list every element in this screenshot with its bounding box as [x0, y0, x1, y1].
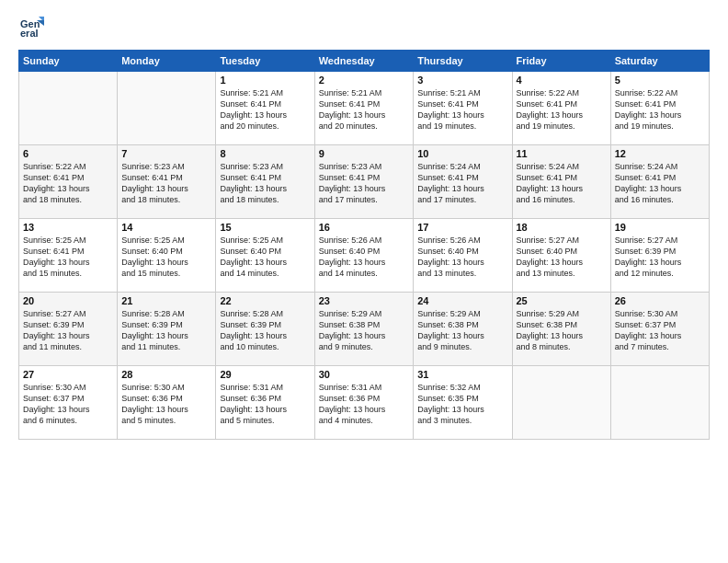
- day-content: Sunrise: 5:21 AM Sunset: 6:41 PM Dayligh…: [417, 87, 507, 132]
- day-number: 15: [220, 222, 310, 233]
- day-number: 24: [417, 295, 507, 306]
- day-content: Sunrise: 5:24 AM Sunset: 6:41 PM Dayligh…: [417, 161, 507, 206]
- col-saturday: Saturday: [610, 51, 709, 72]
- day-number: 23: [319, 295, 409, 306]
- day-number: 27: [23, 369, 113, 380]
- table-row: 10Sunrise: 5:24 AM Sunset: 6:41 PM Dayli…: [414, 145, 512, 219]
- day-content: Sunrise: 5:32 AM Sunset: 6:35 PM Dayligh…: [417, 382, 507, 427]
- day-content: Sunrise: 5:22 AM Sunset: 6:41 PM Dayligh…: [517, 87, 607, 132]
- day-number: 20: [23, 295, 113, 306]
- day-number: 4: [517, 75, 607, 86]
- day-number: 7: [121, 148, 211, 159]
- day-content: Sunrise: 5:27 AM Sunset: 6:40 PM Dayligh…: [517, 235, 607, 280]
- table-row: 15Sunrise: 5:25 AM Sunset: 6:40 PM Dayli…: [216, 219, 314, 293]
- day-number: 26: [615, 295, 705, 306]
- table-row: 20Sunrise: 5:27 AM Sunset: 6:39 PM Dayli…: [19, 293, 118, 366]
- table-row: 26Sunrise: 5:30 AM Sunset: 6:37 PM Dayli…: [610, 293, 709, 366]
- col-friday: Friday: [512, 51, 610, 72]
- day-number: 17: [417, 222, 507, 233]
- table-row: 28Sunrise: 5:30 AM Sunset: 6:36 PM Dayli…: [118, 366, 216, 440]
- table-row: 16Sunrise: 5:26 AM Sunset: 6:40 PM Dayli…: [314, 219, 413, 293]
- calendar-page: Gen eral Sunday Monday Tuesday Wednesday…: [0, 0, 728, 563]
- calendar-header-row: Sunday Monday Tuesday Wednesday Thursday…: [19, 51, 710, 72]
- day-content: Sunrise: 5:31 AM Sunset: 6:36 PM Dayligh…: [220, 382, 310, 427]
- table-row: 14Sunrise: 5:25 AM Sunset: 6:40 PM Dayli…: [118, 219, 216, 293]
- day-number: 9: [319, 148, 409, 159]
- table-row: 18Sunrise: 5:27 AM Sunset: 6:40 PM Dayli…: [512, 219, 610, 293]
- day-number: 28: [121, 369, 211, 380]
- table-row: 29Sunrise: 5:31 AM Sunset: 6:36 PM Dayli…: [216, 366, 314, 440]
- table-row: [118, 72, 216, 145]
- day-content: Sunrise: 5:26 AM Sunset: 6:40 PM Dayligh…: [319, 235, 409, 280]
- table-row: 25Sunrise: 5:29 AM Sunset: 6:38 PM Dayli…: [512, 293, 610, 366]
- table-row: 2Sunrise: 5:21 AM Sunset: 6:41 PM Daylig…: [314, 72, 413, 145]
- day-content: Sunrise: 5:28 AM Sunset: 6:39 PM Dayligh…: [220, 308, 310, 353]
- day-number: 8: [220, 148, 310, 159]
- day-content: Sunrise: 5:21 AM Sunset: 6:41 PM Dayligh…: [319, 87, 409, 132]
- day-content: Sunrise: 5:25 AM Sunset: 6:41 PM Dayligh…: [23, 235, 113, 280]
- table-row: 4Sunrise: 5:22 AM Sunset: 6:41 PM Daylig…: [512, 72, 610, 145]
- day-content: Sunrise: 5:24 AM Sunset: 6:41 PM Dayligh…: [517, 161, 607, 206]
- day-number: 13: [23, 222, 113, 233]
- day-content: Sunrise: 5:30 AM Sunset: 6:36 PM Dayligh…: [121, 382, 211, 427]
- table-row: 9Sunrise: 5:23 AM Sunset: 6:41 PM Daylig…: [314, 145, 413, 219]
- day-content: Sunrise: 5:31 AM Sunset: 6:36 PM Dayligh…: [319, 382, 409, 427]
- table-row: 19Sunrise: 5:27 AM Sunset: 6:39 PM Dayli…: [610, 219, 709, 293]
- day-content: Sunrise: 5:30 AM Sunset: 6:37 PM Dayligh…: [615, 308, 705, 353]
- day-content: Sunrise: 5:30 AM Sunset: 6:37 PM Dayligh…: [23, 382, 113, 427]
- day-content: Sunrise: 5:24 AM Sunset: 6:41 PM Dayligh…: [615, 161, 705, 206]
- table-row: [610, 366, 709, 440]
- day-content: Sunrise: 5:26 AM Sunset: 6:40 PM Dayligh…: [417, 235, 507, 280]
- day-number: 10: [417, 148, 507, 159]
- day-number: 29: [220, 369, 310, 380]
- table-row: 21Sunrise: 5:28 AM Sunset: 6:39 PM Dayli…: [118, 293, 216, 366]
- day-number: 2: [319, 75, 409, 86]
- day-content: Sunrise: 5:22 AM Sunset: 6:41 PM Dayligh…: [615, 87, 705, 132]
- table-row: 12Sunrise: 5:24 AM Sunset: 6:41 PM Dayli…: [610, 145, 709, 219]
- table-row: 1Sunrise: 5:21 AM Sunset: 6:41 PM Daylig…: [216, 72, 314, 145]
- day-content: Sunrise: 5:29 AM Sunset: 6:38 PM Dayligh…: [319, 308, 409, 353]
- table-row: 13Sunrise: 5:25 AM Sunset: 6:41 PM Dayli…: [19, 219, 118, 293]
- day-number: 25: [517, 295, 607, 306]
- day-number: 30: [319, 369, 409, 380]
- day-number: 12: [615, 148, 705, 159]
- day-number: 11: [517, 148, 607, 159]
- table-row: 11Sunrise: 5:24 AM Sunset: 6:41 PM Dayli…: [512, 145, 610, 219]
- table-row: 30Sunrise: 5:31 AM Sunset: 6:36 PM Dayli…: [314, 366, 413, 440]
- table-row: [19, 72, 118, 145]
- day-number: 5: [615, 75, 705, 86]
- table-row: 17Sunrise: 5:26 AM Sunset: 6:40 PM Dayli…: [414, 219, 512, 293]
- day-number: 31: [417, 369, 507, 380]
- day-number: 1: [220, 75, 310, 86]
- page-header: Gen eral: [18, 15, 710, 40]
- table-row: 6Sunrise: 5:22 AM Sunset: 6:41 PM Daylig…: [19, 145, 118, 219]
- table-row: 31Sunrise: 5:32 AM Sunset: 6:35 PM Dayli…: [414, 366, 512, 440]
- day-number: 19: [615, 222, 705, 233]
- col-thursday: Thursday: [414, 51, 512, 72]
- table-row: 27Sunrise: 5:30 AM Sunset: 6:37 PM Dayli…: [19, 366, 118, 440]
- day-content: Sunrise: 5:21 AM Sunset: 6:41 PM Dayligh…: [220, 87, 310, 132]
- table-row: 5Sunrise: 5:22 AM Sunset: 6:41 PM Daylig…: [610, 72, 709, 145]
- day-content: Sunrise: 5:23 AM Sunset: 6:41 PM Dayligh…: [220, 161, 310, 206]
- day-content: Sunrise: 5:23 AM Sunset: 6:41 PM Dayligh…: [319, 161, 409, 206]
- day-number: 21: [121, 295, 211, 306]
- day-content: Sunrise: 5:29 AM Sunset: 6:38 PM Dayligh…: [417, 308, 507, 353]
- table-row: 23Sunrise: 5:29 AM Sunset: 6:38 PM Dayli…: [314, 293, 413, 366]
- table-row: 22Sunrise: 5:28 AM Sunset: 6:39 PM Dayli…: [216, 293, 314, 366]
- day-content: Sunrise: 5:27 AM Sunset: 6:39 PM Dayligh…: [23, 308, 113, 353]
- day-content: Sunrise: 5:25 AM Sunset: 6:40 PM Dayligh…: [220, 235, 310, 280]
- day-content: Sunrise: 5:29 AM Sunset: 6:38 PM Dayligh…: [517, 308, 607, 353]
- calendar-week-row: 20Sunrise: 5:27 AM Sunset: 6:39 PM Dayli…: [19, 293, 710, 366]
- day-number: 14: [121, 222, 211, 233]
- day-content: Sunrise: 5:27 AM Sunset: 6:39 PM Dayligh…: [615, 235, 705, 280]
- day-number: 3: [417, 75, 507, 86]
- day-number: 6: [23, 148, 113, 159]
- day-content: Sunrise: 5:22 AM Sunset: 6:41 PM Dayligh…: [23, 161, 113, 206]
- day-content: Sunrise: 5:23 AM Sunset: 6:41 PM Dayligh…: [121, 161, 211, 206]
- calendar-week-row: 6Sunrise: 5:22 AM Sunset: 6:41 PM Daylig…: [19, 145, 710, 219]
- calendar-week-row: 13Sunrise: 5:25 AM Sunset: 6:41 PM Dayli…: [19, 219, 710, 293]
- calendar-table: Sunday Monday Tuesday Wednesday Thursday…: [18, 50, 710, 440]
- calendar-week-row: 27Sunrise: 5:30 AM Sunset: 6:37 PM Dayli…: [19, 366, 710, 440]
- logo-icon: Gen eral: [18, 13, 44, 39]
- table-row: [512, 366, 610, 440]
